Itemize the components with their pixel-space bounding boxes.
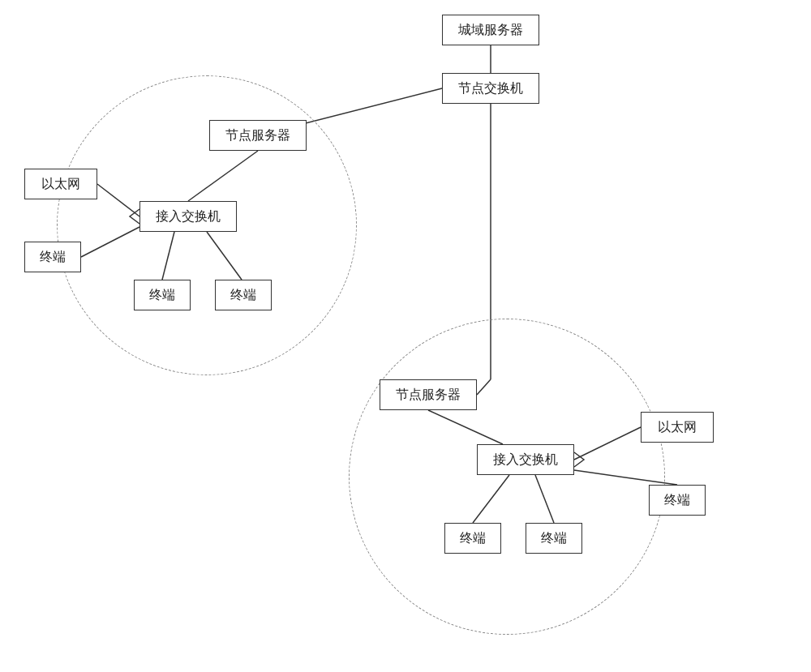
node-switch-top-box: 节点交换机 bbox=[442, 73, 539, 104]
city-server-box: 城域服务器 bbox=[442, 15, 539, 45]
terminal-right-outer-box: 终端 bbox=[649, 485, 706, 516]
terminal-right-inner2-box: 终端 bbox=[526, 523, 582, 554]
circle-right bbox=[349, 319, 665, 635]
terminal-right-inner1-box: 终端 bbox=[444, 523, 501, 554]
ethernet-right-box: 以太网 bbox=[641, 412, 714, 443]
terminal-left-inner1-box: 终端 bbox=[134, 280, 191, 310]
access-switch-right-box: 接入交换机 bbox=[477, 444, 574, 475]
access-switch-left-box: 接入交换机 bbox=[139, 201, 237, 232]
terminal-left-outer-box: 终端 bbox=[24, 242, 81, 272]
ethernet-left-box: 以太网 bbox=[24, 169, 97, 199]
network-diagram: 城域服务器 节点交换机 节点服务器 接入交换机 以太网 终端 终端 终端 节点服… bbox=[0, 0, 811, 672]
node-server-left-box: 节点服务器 bbox=[209, 120, 307, 151]
node-server-right-box: 节点服务器 bbox=[380, 379, 477, 410]
terminal-left-inner2-box: 终端 bbox=[215, 280, 272, 310]
